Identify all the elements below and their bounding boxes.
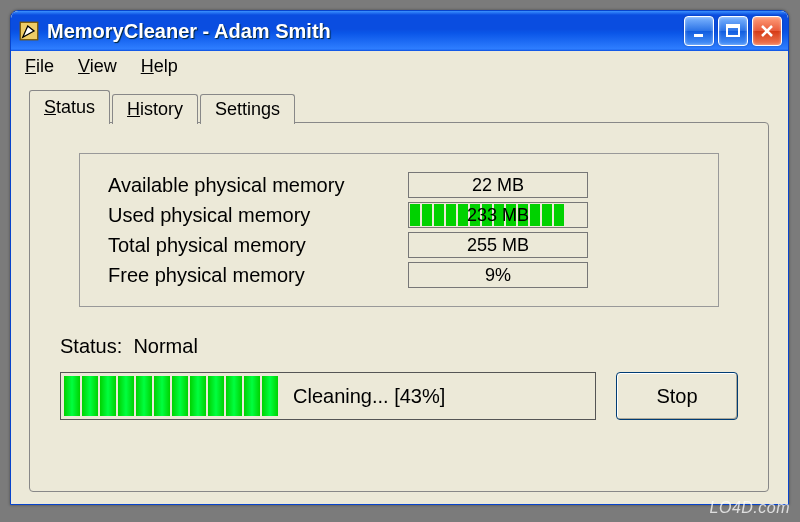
stop-button[interactable]: Stop [616, 372, 738, 420]
app-icon [19, 21, 39, 41]
stat-available: Available physical memory 22 MB [108, 170, 690, 200]
stat-used-value: 233 MB [467, 205, 529, 226]
stat-free-label: Free physical memory [108, 264, 408, 287]
progress-bar: Cleaning... [43%] [60, 372, 596, 420]
stat-total-value: 255 MB [467, 235, 529, 256]
progress-text: Cleaning... [43%] [293, 385, 445, 408]
stat-free-value: 9% [485, 265, 511, 286]
stat-used-label: Used physical memory [108, 204, 408, 227]
tab-panel-status: Available physical memory 22 MB Used phy… [29, 122, 769, 492]
menu-help[interactable]: Help [141, 56, 178, 77]
status-line: Status: Normal [60, 335, 738, 358]
menu-view[interactable]: View [78, 56, 117, 77]
client-area: File View Help Status History Settings A… [15, 51, 784, 500]
status-value: Normal [133, 335, 197, 357]
stat-available-value-box: 22 MB [408, 172, 588, 198]
stat-used: Used physical memory 233 MB [108, 200, 690, 230]
minimize-button[interactable] [684, 16, 714, 46]
tabs: Status History Settings Available physic… [29, 89, 770, 492]
stat-available-label: Available physical memory [108, 174, 408, 197]
memory-stats-panel: Available physical memory 22 MB Used phy… [79, 153, 719, 307]
stat-free: Free physical memory 9% [108, 260, 690, 290]
status-prefix: Status: [60, 335, 122, 357]
svg-rect-3 [727, 25, 739, 28]
window-title: MemoryCleaner - Adam Smith [47, 20, 684, 43]
app-window: MemoryCleaner - Adam Smith File View Hel… [10, 10, 789, 505]
tab-status[interactable]: Status [29, 90, 110, 124]
close-button[interactable] [752, 16, 782, 46]
watermark: LO4D.com [710, 499, 790, 517]
menubar: File View Help [15, 51, 784, 81]
stat-total-label: Total physical memory [108, 234, 408, 257]
tab-settings[interactable]: Settings [200, 94, 295, 124]
progress-row: Cleaning... [43%] Stop [60, 372, 738, 420]
stat-available-value: 22 MB [472, 175, 524, 196]
stat-used-value-box: 233 MB [408, 202, 588, 228]
tablist: Status History Settings [29, 89, 770, 123]
stat-total: Total physical memory 255 MB [108, 230, 690, 260]
window-buttons [684, 16, 782, 46]
stat-total-value-box: 255 MB [408, 232, 588, 258]
tab-history[interactable]: History [112, 94, 198, 124]
progress-bar-fill [64, 376, 278, 416]
stat-free-value-box: 9% [408, 262, 588, 288]
titlebar[interactable]: MemoryCleaner - Adam Smith [11, 11, 788, 51]
menu-file[interactable]: File [25, 56, 54, 77]
maximize-button[interactable] [718, 16, 748, 46]
svg-rect-1 [694, 34, 703, 37]
